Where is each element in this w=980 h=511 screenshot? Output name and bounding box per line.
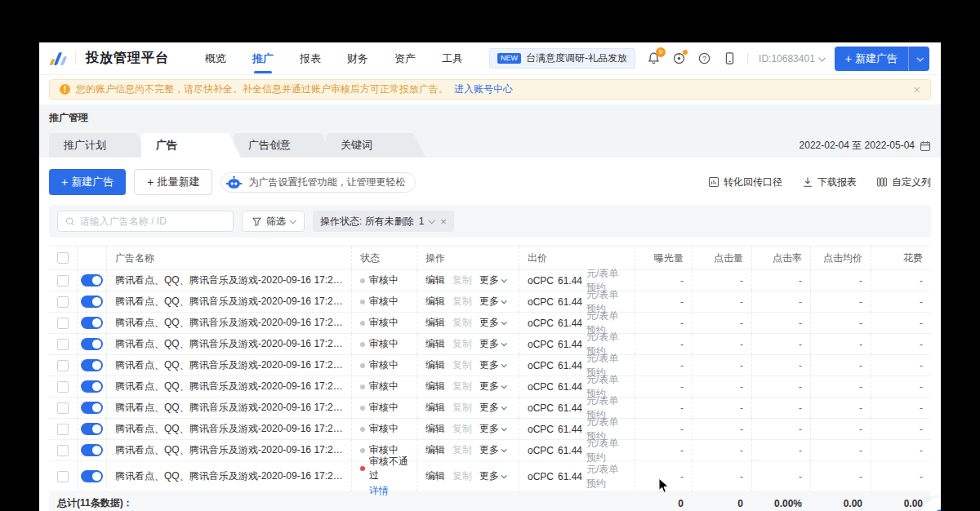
edit-button[interactable]: 编辑: [425, 380, 445, 393]
tab-campaigns[interactable]: 推广计划: [49, 133, 149, 158]
more-dropdown[interactable]: 更多: [479, 337, 506, 351]
ad-name[interactable]: 腾讯看点、QQ、腾讯音乐及游戏-2020-09-16 17:26-副本06: [115, 295, 343, 309]
copy-button[interactable]: 复制: [452, 469, 472, 483]
ad-name[interactable]: 腾讯看点、QQ、腾讯音乐及游戏-2020-09-16 17:26-副本04: [115, 358, 343, 372]
row-checkbox[interactable]: [57, 381, 69, 393]
copy-button[interactable]: 复制: [452, 295, 472, 309]
copy-button[interactable]: 复制: [452, 401, 472, 415]
chevron-down-icon: [501, 425, 507, 431]
edit-button[interactable]: 编辑: [425, 358, 445, 372]
more-dropdown[interactable]: 更多: [479, 443, 506, 457]
row-checkbox[interactable]: [57, 471, 69, 482]
more-dropdown[interactable]: 更多: [479, 422, 506, 436]
row-checkbox[interactable]: [57, 339, 69, 350]
nav-item-reports[interactable]: 报表: [300, 42, 321, 75]
status-filter-chip[interactable]: 操作状态: 所有未删除 1 ×: [313, 211, 454, 232]
ad-enabled-toggle[interactable]: [81, 444, 103, 456]
batch-create-button[interactable]: + 批量新建: [134, 169, 212, 195]
banner-close-icon[interactable]: ×: [914, 84, 920, 96]
ad-enabled-toggle[interactable]: [81, 470, 103, 482]
row-checkbox[interactable]: [57, 445, 69, 456]
copy-button[interactable]: 复制: [452, 337, 472, 351]
copy-button[interactable]: 复制: [452, 380, 472, 393]
more-dropdown[interactable]: 更多: [479, 380, 506, 393]
more-dropdown[interactable]: 更多: [479, 358, 506, 372]
ad-name[interactable]: 腾讯看点、QQ、腾讯音乐及游戏-2020-09-16 17:26-副本07: [115, 273, 343, 287]
more-dropdown[interactable]: 更多: [479, 401, 506, 415]
edit-button[interactable]: 编辑: [425, 401, 445, 415]
ad-name[interactable]: 腾讯看点、QQ、腾讯音乐及游戏-2020-09-16 17:26-副本02: [115, 422, 343, 436]
help-icon[interactable]: ?: [697, 51, 711, 66]
new-ad-button-main[interactable]: + 新建广告: [49, 169, 126, 195]
row-checkbox[interactable]: [57, 360, 69, 371]
col-header-operations: 操作: [416, 247, 519, 269]
tab-creatives[interactable]: 广告创意: [234, 133, 333, 158]
edit-button[interactable]: 编辑: [425, 295, 445, 309]
more-dropdown[interactable]: 更多: [479, 469, 506, 483]
select-all-checkbox[interactable]: [57, 252, 69, 264]
ctr-cell: -: [751, 419, 810, 439]
more-dropdown[interactable]: 更多: [479, 295, 506, 309]
new-ad-button[interactable]: + 新建广告: [835, 47, 908, 71]
ad-name[interactable]: 腾讯看点、QQ、腾讯音乐及游戏-2020-09-16 17:26-副-副本01: [115, 337, 343, 351]
more-dropdown[interactable]: 更多: [479, 316, 506, 330]
ad-enabled-toggle[interactable]: [81, 359, 103, 371]
edit-button[interactable]: 编辑: [425, 443, 445, 457]
ad-name[interactable]: 腾讯看点、QQ、腾讯音乐及游戏-2020-09-16 17:26-副本01: [115, 469, 343, 483]
nav-item-assets[interactable]: 资产: [394, 42, 416, 75]
ad-enabled-toggle[interactable]: [81, 274, 103, 287]
ad-name[interactable]: 腾讯看点、QQ、腾讯音乐及游戏-2020-09-16 17:26-副本03: [115, 380, 343, 393]
ad-enabled-toggle[interactable]: [81, 295, 103, 308]
chip-close-icon[interactable]: ×: [440, 216, 447, 228]
ctr-cell: -: [751, 334, 810, 354]
ad-enabled-toggle[interactable]: [81, 402, 103, 414]
ad-name[interactable]: 腾讯看点、QQ、腾讯音乐及游戏-2020-09-16 17:26-副本01-副本…: [115, 401, 343, 415]
tab-ads[interactable]: 广告: [141, 133, 241, 158]
copy-button[interactable]: 复制: [452, 358, 472, 372]
edit-button[interactable]: 编辑: [425, 316, 445, 330]
service-icon[interactable]: [671, 51, 686, 66]
notification-bell-icon[interactable]: 9: [646, 51, 661, 66]
copy-button[interactable]: 复制: [452, 316, 472, 330]
more-dropdown[interactable]: 更多: [479, 273, 506, 287]
account-center-link[interactable]: 进入账号中心: [454, 82, 513, 96]
ad-enabled-toggle[interactable]: [81, 423, 103, 435]
customize-columns-button[interactable]: 自定义列: [876, 176, 931, 189]
ad-name[interactable]: 腾讯看点、QQ、腾讯音乐及游戏-2020-09-16 17:26-副本05: [115, 316, 343, 330]
promo-search-pill[interactable]: NEW 台满意度调研-礼品发放: [489, 48, 635, 69]
spend-cell: -: [871, 270, 931, 291]
mobile-icon[interactable]: [722, 51, 737, 66]
new-ad-dropdown-button[interactable]: [908, 47, 929, 71]
copy-button[interactable]: 复制: [452, 273, 472, 287]
copy-button[interactable]: 复制: [452, 443, 472, 457]
edit-button[interactable]: 编辑: [425, 273, 445, 287]
nav-item-overview[interactable]: 概览: [205, 42, 226, 75]
edit-button[interactable]: 编辑: [425, 337, 445, 351]
nav-item-promotion[interactable]: 推广: [252, 42, 274, 75]
date-range-picker[interactable]: 2022-02-04 至 2022-05-04: [800, 139, 931, 158]
ad-name[interactable]: 腾讯看点、QQ、腾讯音乐及游戏-2020-09-16 17:26-副: [115, 443, 343, 457]
ad-status: 审核中: [360, 295, 399, 309]
col-header-spend: 花费: [871, 247, 931, 269]
nav-item-finance[interactable]: 财务: [347, 42, 368, 75]
nav-item-tools[interactable]: 工具: [442, 42, 463, 75]
ad-search-input[interactable]: [80, 216, 225, 227]
calendar-icon: [920, 140, 931, 152]
row-checkbox[interactable]: [57, 296, 69, 308]
ad-enabled-toggle[interactable]: [81, 317, 103, 329]
tab-keywords[interactable]: 关键词: [326, 133, 425, 158]
ad-enabled-toggle[interactable]: [81, 338, 103, 350]
edit-button[interactable]: 编辑: [425, 469, 445, 483]
ad-enabled-toggle[interactable]: [81, 380, 103, 393]
copy-button[interactable]: 复制: [452, 422, 472, 436]
hosting-tip-pill[interactable]: 为广告设置托管功能，让管理更轻松: [220, 172, 416, 193]
conversion-caliber-button[interactable]: 转化回传口径: [708, 176, 782, 189]
row-checkbox[interactable]: [57, 402, 69, 414]
row-checkbox[interactable]: [57, 275, 69, 287]
row-checkbox[interactable]: [57, 424, 69, 435]
download-report-button[interactable]: 下载报表: [802, 176, 857, 189]
edit-button[interactable]: 编辑: [425, 422, 445, 436]
account-id-dropdown[interactable]: ID:10683401: [759, 53, 824, 64]
row-checkbox[interactable]: [57, 318, 69, 329]
filter-button[interactable]: 筛选: [242, 211, 305, 232]
